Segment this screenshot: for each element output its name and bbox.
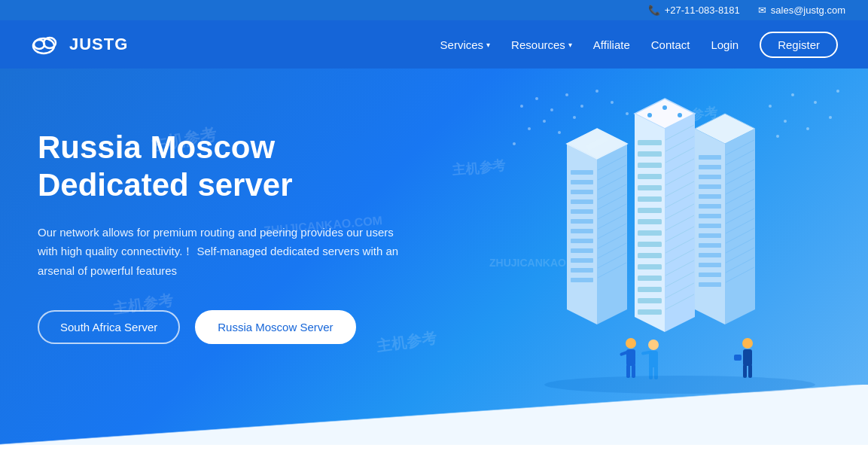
svg-point-15 bbox=[513, 142, 516, 145]
phone-info: 📞 +27-11-083-8181 bbox=[648, 5, 740, 16]
svg-rect-93 bbox=[638, 208, 662, 213]
svg-point-13 bbox=[558, 131, 561, 134]
email-address: sales@justg.com bbox=[771, 5, 845, 16]
svg-rect-63 bbox=[699, 224, 721, 228]
phone-number: +27-11-083-8181 bbox=[665, 5, 740, 16]
svg-point-14 bbox=[573, 116, 576, 119]
svg-rect-133 bbox=[743, 349, 752, 366]
svg-rect-36 bbox=[571, 258, 593, 263]
nav-contact-label: Contact bbox=[651, 38, 690, 51]
svg-rect-102 bbox=[638, 309, 662, 315]
svg-point-16 bbox=[769, 105, 772, 108]
email-info: ✉ sales@justg.com bbox=[758, 5, 845, 16]
svg-point-127 bbox=[648, 340, 659, 350]
bottom-section: 主机 参考 主机参考 zhujicankao.com bbox=[0, 445, 868, 472]
svg-rect-31 bbox=[571, 209, 593, 214]
services-chevron-icon: ▾ bbox=[486, 41, 490, 49]
svg-point-21 bbox=[806, 127, 809, 130]
svg-rect-33 bbox=[571, 229, 593, 233]
svg-rect-37 bbox=[571, 268, 593, 273]
svg-rect-30 bbox=[571, 199, 593, 204]
svg-rect-101 bbox=[638, 298, 662, 303]
svg-point-12 bbox=[543, 120, 546, 123]
svg-rect-59 bbox=[699, 184, 721, 189]
svg-rect-28 bbox=[571, 180, 593, 184]
russia-moscow-server-button[interactable]: Russia Moscow Server bbox=[195, 310, 355, 344]
svg-point-23 bbox=[776, 135, 779, 138]
svg-point-19 bbox=[836, 90, 839, 93]
svg-rect-62 bbox=[699, 214, 721, 218]
svg-rect-35 bbox=[571, 248, 593, 253]
svg-rect-134 bbox=[743, 364, 747, 378]
svg-rect-99 bbox=[638, 276, 662, 281]
nav-services[interactable]: Services ▾ bbox=[440, 38, 491, 51]
svg-rect-69 bbox=[699, 282, 721, 287]
svg-point-8 bbox=[595, 90, 598, 93]
svg-rect-89 bbox=[638, 163, 662, 168]
svg-point-18 bbox=[814, 101, 817, 104]
topbar: 📞 +27-11-083-8181 ✉ sales@justg.com bbox=[0, 0, 868, 20]
svg-rect-67 bbox=[699, 263, 721, 267]
svg-rect-57 bbox=[699, 165, 721, 169]
server-towers-illustration bbox=[507, 84, 853, 415]
svg-rect-95 bbox=[638, 230, 662, 236]
svg-rect-61 bbox=[699, 204, 721, 209]
svg-point-11 bbox=[528, 127, 531, 130]
svg-point-6 bbox=[565, 93, 568, 96]
svg-rect-90 bbox=[638, 174, 662, 179]
svg-rect-96 bbox=[638, 242, 662, 247]
svg-rect-135 bbox=[748, 364, 752, 378]
nav-resources-label: Resources bbox=[511, 38, 565, 51]
svg-rect-100 bbox=[638, 287, 662, 292]
svg-rect-98 bbox=[638, 264, 662, 269]
svg-point-7 bbox=[580, 105, 583, 108]
svg-point-3 bbox=[520, 105, 523, 108]
svg-point-121 bbox=[678, 113, 682, 117]
svg-rect-92 bbox=[638, 196, 662, 202]
svg-point-17 bbox=[791, 93, 794, 96]
svg-marker-55 bbox=[725, 129, 755, 324]
svg-point-10 bbox=[626, 112, 629, 115]
svg-point-137 bbox=[544, 376, 815, 394]
nav-affiliate-label: Affiliate bbox=[593, 38, 630, 51]
svg-point-9 bbox=[611, 101, 614, 104]
register-button[interactable]: Register bbox=[760, 32, 838, 58]
svg-rect-125 bbox=[632, 364, 635, 378]
hero-content: Russia Moscow Dedicated server Our netwo… bbox=[0, 69, 492, 445]
nav-services-label: Services bbox=[440, 38, 484, 51]
svg-rect-60 bbox=[699, 194, 721, 199]
svg-rect-88 bbox=[638, 151, 662, 157]
resources-chevron-icon: ▾ bbox=[568, 41, 572, 49]
svg-rect-27 bbox=[571, 170, 593, 175]
logo[interactable]: JUSTG bbox=[30, 31, 128, 58]
nav-contact[interactable]: Contact bbox=[651, 38, 690, 51]
svg-point-5 bbox=[550, 108, 553, 111]
svg-rect-87 bbox=[638, 140, 662, 145]
logo-text: JUSTG bbox=[69, 35, 128, 54]
svg-point-4 bbox=[535, 97, 538, 100]
svg-point-22 bbox=[829, 116, 832, 119]
svg-point-20 bbox=[784, 120, 787, 123]
hero-title: Russia Moscow Dedicated server bbox=[38, 129, 429, 205]
nav-affiliate[interactable]: Affiliate bbox=[593, 38, 630, 51]
hero-buttons: South Africa Server Russia Moscow Server bbox=[38, 310, 454, 344]
email-icon: ✉ bbox=[758, 5, 766, 16]
svg-point-132 bbox=[742, 338, 753, 349]
svg-rect-32 bbox=[571, 219, 593, 224]
svg-marker-26 bbox=[597, 144, 627, 324]
svg-point-119 bbox=[647, 113, 652, 117]
svg-rect-29 bbox=[571, 190, 593, 194]
svg-rect-136 bbox=[734, 355, 742, 361]
svg-rect-97 bbox=[638, 253, 662, 258]
header: JUSTG Services ▾ Resources ▾ Affiliate C… bbox=[0, 20, 868, 69]
nav-login[interactable]: Login bbox=[711, 38, 739, 51]
nav-resources[interactable]: Resources ▾ bbox=[511, 38, 572, 51]
hero-illustration bbox=[492, 69, 868, 445]
svg-rect-68 bbox=[699, 273, 721, 277]
navigation: Services ▾ Resources ▾ Affiliate Contact… bbox=[440, 32, 838, 58]
svg-rect-58 bbox=[699, 175, 721, 179]
svg-rect-124 bbox=[626, 364, 630, 378]
south-africa-server-button[interactable]: South Africa Server bbox=[38, 310, 180, 344]
svg-rect-38 bbox=[571, 278, 593, 282]
svg-rect-56 bbox=[699, 155, 721, 160]
